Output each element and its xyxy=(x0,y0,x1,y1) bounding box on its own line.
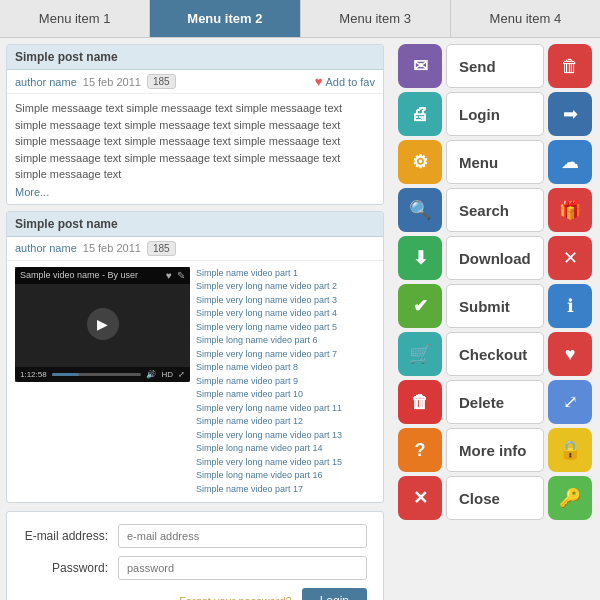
button-row-more-info: ?More info🔒 xyxy=(398,428,592,472)
submit-icon[interactable]: ✔ xyxy=(398,284,442,328)
video-title-bar: Sample video name - By user ♥ ✎ xyxy=(15,267,190,284)
email-input[interactable] xyxy=(118,524,367,548)
download-button[interactable]: Download xyxy=(446,236,544,280)
send-icon[interactable]: ✉ xyxy=(398,44,442,88)
post-2-views: 185 xyxy=(147,241,176,256)
more-info-button[interactable]: More info xyxy=(446,428,544,472)
login-extra-icon[interactable]: ➡ xyxy=(548,92,592,136)
menu-button[interactable]: Menu xyxy=(446,140,544,184)
delete-icon[interactable]: 🗑 xyxy=(398,380,442,424)
post-1-author[interactable]: author name xyxy=(15,76,77,88)
post-2-date: 15 feb 2011 xyxy=(83,242,141,254)
login-button[interactable]: Login xyxy=(302,588,367,600)
close-extra-icon[interactable]: 🔑 xyxy=(548,476,592,520)
button-row-send: ✉Send🗑 xyxy=(398,44,592,88)
video-list-item[interactable]: Simple very long name video part 7 xyxy=(196,348,375,362)
search-icon[interactable]: 🔍 xyxy=(398,188,442,232)
close-icon[interactable]: ✕ xyxy=(398,476,442,520)
submit-extra-icon[interactable]: ℹ xyxy=(548,284,592,328)
video-list-item[interactable]: Simple very long name video part 15 xyxy=(196,456,375,470)
progress-fill xyxy=(52,373,79,376)
video-list-item[interactable]: Simple name video part 1 xyxy=(196,267,375,281)
post-2-author[interactable]: author name xyxy=(15,242,77,254)
password-row: Password: xyxy=(23,556,367,580)
share-video-icon: ✎ xyxy=(177,270,185,281)
video-list-item[interactable]: Simple name video part 10 xyxy=(196,388,375,402)
login-button[interactable]: Login xyxy=(446,92,544,136)
hd-label: HD xyxy=(161,370,173,379)
video-list-item[interactable]: Simple long name video part 14 xyxy=(196,442,375,456)
video-list-item[interactable]: Simple name video part 8 xyxy=(196,361,375,375)
video-time: 1:12:58 xyxy=(20,370,47,379)
menu-extra-icon[interactable]: ☁ xyxy=(548,140,592,184)
play-button[interactable]: ▶ xyxy=(87,308,119,340)
forgot-password-link[interactable]: Forgot your password? xyxy=(179,595,292,600)
login-form: E-mail address: Password: Forgot your pa… xyxy=(6,511,384,600)
video-list-item[interactable]: Simple long name video part 16 xyxy=(196,469,375,483)
button-row-checkout: 🛒Checkout♥ xyxy=(398,332,592,376)
post-2-title: Simple post name xyxy=(7,212,383,237)
video-icons: ♥ ✎ xyxy=(166,270,185,281)
video-list-item[interactable]: Simple name video part 17 xyxy=(196,483,375,497)
video-list-item[interactable]: Simple very long name video part 5 xyxy=(196,321,375,335)
delete-extra-icon[interactable]: ⤢ xyxy=(548,380,592,424)
submit-button[interactable]: Submit xyxy=(446,284,544,328)
form-actions: Forgot your password? Login xyxy=(23,588,367,600)
close-button[interactable]: Close xyxy=(446,476,544,520)
video-title: Sample video name - By user xyxy=(20,270,138,281)
password-label: Password: xyxy=(23,561,118,575)
add-to-fav-button[interactable]: ♥ Add to fav xyxy=(315,74,375,89)
post-1-date: 15 feb 2011 xyxy=(83,76,141,88)
fullscreen-icon: ⤢ xyxy=(178,370,185,379)
button-row-login: 🖨Login➡ xyxy=(398,92,592,136)
nav-item-4[interactable]: Menu item 4 xyxy=(451,0,600,37)
email-label: E-mail address: xyxy=(23,529,118,543)
video-list-item[interactable]: Simple long name video part 6 xyxy=(196,334,375,348)
nav-item-2[interactable]: Menu item 2 xyxy=(150,0,300,37)
heart-video-icon: ♥ xyxy=(166,270,172,281)
download-icon[interactable]: ⬇ xyxy=(398,236,442,280)
login-icon[interactable]: 🖨 xyxy=(398,92,442,136)
download-extra-icon[interactable]: ✕ xyxy=(548,236,592,280)
add-fav-label: Add to fav xyxy=(325,76,375,88)
search-extra-icon[interactable]: 🎁 xyxy=(548,188,592,232)
checkout-extra-icon[interactable]: ♥ xyxy=(548,332,592,376)
video-list-item[interactable]: Simple very long name video part 13 xyxy=(196,429,375,443)
button-row-delete: 🗑Delete⤢ xyxy=(398,380,592,424)
nav-item-1[interactable]: Menu item 1 xyxy=(0,0,150,37)
video-list-item[interactable]: Simple name video part 9 xyxy=(196,375,375,389)
search-button[interactable]: Search xyxy=(446,188,544,232)
menu-icon[interactable]: ⚙ xyxy=(398,140,442,184)
volume-icon: 🔊 xyxy=(146,370,156,379)
button-row-download: ⬇Download✕ xyxy=(398,236,592,280)
more-info-extra-icon[interactable]: 🔒 xyxy=(548,428,592,472)
video-container: Sample video name - By user ♥ ✎ ▶ 1:12:5… xyxy=(7,261,383,503)
more-info-icon[interactable]: ? xyxy=(398,428,442,472)
send-button[interactable]: Send xyxy=(446,44,544,88)
video-player[interactable]: Sample video name - By user ♥ ✎ ▶ 1:12:5… xyxy=(15,267,190,382)
checkout-button[interactable]: Checkout xyxy=(446,332,544,376)
button-row-menu: ⚙Menu☁ xyxy=(398,140,592,184)
video-list-item[interactable]: Simple very long name video part 11 xyxy=(196,402,375,416)
button-row-search: 🔍Search🎁 xyxy=(398,188,592,232)
post-card-1: Simple post name author name 15 feb 2011… xyxy=(6,44,384,205)
video-list-item[interactable]: Simple very long name video part 3 xyxy=(196,294,375,308)
video-list: Simple name video part 1Simple very long… xyxy=(196,267,375,497)
video-list-item[interactable]: Simple very long name video part 4 xyxy=(196,307,375,321)
send-extra-icon[interactable]: 🗑 xyxy=(548,44,592,88)
top-navigation: Menu item 1 Menu item 2 Menu item 3 Menu… xyxy=(0,0,600,38)
password-input[interactable] xyxy=(118,556,367,580)
post-1-more-link[interactable]: More... xyxy=(15,186,375,198)
video-list-item[interactable]: Simple very long name video part 2 xyxy=(196,280,375,294)
button-row-close: ✕Close🔑 xyxy=(398,476,592,520)
email-row: E-mail address: xyxy=(23,524,367,548)
post-1-text: Simple messaage text simple messaage tex… xyxy=(15,100,375,183)
nav-item-3[interactable]: Menu item 3 xyxy=(301,0,451,37)
post-card-2: Simple post name author name 15 feb 2011… xyxy=(6,211,384,504)
post-1-title: Simple post name xyxy=(7,45,383,70)
progress-bar[interactable] xyxy=(52,373,142,376)
post-1-meta: author name 15 feb 2011 185 ♥ Add to fav xyxy=(7,70,383,94)
delete-button[interactable]: Delete xyxy=(446,380,544,424)
video-list-item[interactable]: Simple name video part 12 xyxy=(196,415,375,429)
checkout-icon[interactable]: 🛒 xyxy=(398,332,442,376)
